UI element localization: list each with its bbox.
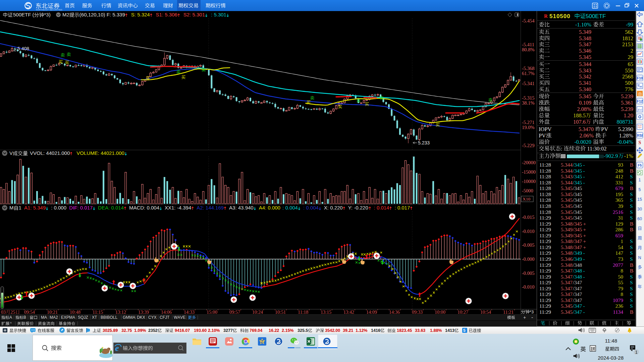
svg-text:/345: /345: [573, 174, 582, 179]
svg-text:/347: /347: [573, 280, 582, 285]
svg-text:38.1%: 38.1%: [522, 100, 534, 106]
svg-text:-: -: [583, 256, 585, 262]
svg-text:365: 365: [615, 197, 624, 203]
svg-text:11:29: 11:29: [539, 221, 551, 227]
svg-text:DEA: 0.014: DEA: 0.014: [98, 205, 124, 210]
svg-text:*3): *3): [44, 12, 51, 17]
svg-text:S1: 5.306: S1: 5.306: [156, 12, 177, 17]
svg-text:8: 8: [621, 291, 623, 297]
svg-text:5.346: 5.346: [561, 256, 573, 262]
svg-text:S: S: [630, 303, 633, 309]
svg-text:S: S: [630, 203, 633, 209]
svg-text:A1: 5.349: A1: 5.349: [24, 205, 46, 210]
svg-text:-20000: -20000: [522, 160, 536, 165]
svg-text:93: 93: [618, 162, 624, 168]
svg-text:-5.315: -5.315: [522, 95, 534, 101]
svg-text:5.349: 5.349: [561, 227, 573, 232]
svg-text:5.345: 5.345: [561, 309, 573, 315]
svg-text:/347: /347: [573, 238, 582, 244]
svg-text:/345: /345: [573, 168, 582, 174]
svg-text:11:29: 11:29: [539, 268, 551, 274]
svg-text:: 0.014: : 0.014: [374, 205, 389, 210]
svg-text:2.06%: 2.06%: [579, 132, 594, 139]
svg-text:1.20: 1.20: [624, 112, 633, 119]
svg-text:5.347: 5.347: [561, 280, 573, 285]
svg-text:/347: /347: [573, 309, 582, 315]
svg-text:13:39: 13:39: [138, 310, 149, 315]
svg-text:PV: PV: [601, 126, 608, 132]
svg-text:B: B: [630, 168, 633, 174]
svg-text:5.344: 5.344: [561, 180, 573, 185]
svg-text:10:51: 10:51: [275, 310, 286, 315]
svg-text:5.348: 5.348: [561, 238, 573, 244]
svg-text:Y: -0.220: Y: -0.220: [348, 205, 368, 210]
svg-text:11:15: 11:15: [93, 310, 103, 315]
svg-text:S: S: [630, 256, 633, 262]
svg-text:11:28: 11:28: [539, 191, 551, 197]
svg-text:-: -: [583, 309, 585, 315]
svg-text:-902.9: -902.9: [604, 153, 618, 159]
svg-text:248: 248: [615, 168, 624, 174]
svg-text:+: +: [583, 227, 586, 232]
svg-text:29: 29: [628, 54, 634, 60]
svg-text:2077: 2077: [613, 262, 623, 268]
svg-text:B: B: [630, 268, 633, 274]
svg-text:11:29: 11:29: [539, 238, 551, 244]
svg-text:-5000: -5000: [522, 188, 533, 193]
svg-text:11:28: 11:28: [539, 209, 551, 215]
svg-text:-1%: -1%: [624, 153, 634, 159]
svg-text:A3: 43.940: A3: 43.940: [229, 205, 254, 210]
svg-text:-5.271: -5.271: [522, 120, 534, 125]
svg-text:R: R: [544, 13, 548, 19]
svg-text:5.239: 5.239: [621, 106, 633, 112]
svg-text:+: +: [583, 233, 586, 238]
svg-text:11:29: 11:29: [539, 244, 551, 250]
svg-text:11:29: 11:29: [539, 233, 551, 238]
svg-text:-: -: [583, 180, 585, 185]
svg-text:09:57: 09:57: [229, 310, 240, 315]
svg-text:/347: /347: [573, 244, 582, 250]
svg-text:236: 236: [615, 303, 624, 309]
svg-text:14:09: 14:09: [366, 310, 377, 315]
svg-text:S: S: [630, 180, 633, 185]
svg-text:5.239: 5.239: [621, 93, 633, 100]
svg-text:11:28: 11:28: [539, 203, 551, 209]
svg-text:500ETF: 500ETF: [586, 13, 606, 19]
svg-text:61.7%: 61.7%: [522, 71, 534, 76]
svg-text:-0.005: -0.005: [522, 242, 534, 248]
svg-text:5.347: 5.347: [579, 41, 591, 48]
svg-text:03: 03: [1, 310, 6, 315]
svg-text:11:28: 11:28: [539, 162, 551, 168]
svg-text:5.349: 5.349: [579, 29, 591, 35]
svg-text:*3: *3: [530, 309, 534, 314]
svg-text:776: 776: [625, 86, 633, 93]
svg-text:11:28: 11:28: [539, 180, 551, 185]
svg-text:147: 147: [615, 250, 624, 256]
svg-text:-0.005: -0.005: [522, 270, 534, 276]
svg-text:80.8%: 80.8%: [522, 47, 534, 52]
svg-text:10:54: 10:54: [480, 310, 491, 315]
svg-text:-: -: [583, 274, 585, 280]
svg-text:39: 39: [618, 203, 624, 209]
svg-text:-: -: [583, 168, 585, 174]
svg-text:5.343: 5.343: [561, 174, 573, 179]
svg-text:-15000: -15000: [522, 169, 536, 175]
svg-text:/345: /345: [573, 203, 582, 209]
svg-text:5.345: 5.345: [561, 185, 573, 191]
svg-text:8: 8: [621, 268, 623, 274]
svg-text:-5.229: -5.229: [522, 143, 534, 148]
svg-text:M2: M2: [62, 12, 69, 17]
svg-text:S: S: [630, 197, 633, 203]
svg-text:5.344: 5.344: [561, 162, 573, 168]
svg-text:5.2390: 5.2390: [618, 126, 633, 132]
svg-text:S: S: [630, 174, 633, 179]
svg-text:1812: 1812: [622, 35, 633, 42]
svg-text:/349: /349: [573, 256, 582, 262]
svg-text:2: 2: [631, 48, 633, 54]
svg-text:: 0.004: : 0.004: [303, 205, 319, 210]
svg-text:13:42: 13:42: [343, 310, 354, 315]
svg-text:500: 500: [625, 80, 633, 86]
svg-text:5.346: 5.346: [579, 48, 591, 54]
svg-text:5.348: 5.348: [561, 262, 573, 268]
svg-text:11:18: 11:18: [298, 310, 308, 315]
